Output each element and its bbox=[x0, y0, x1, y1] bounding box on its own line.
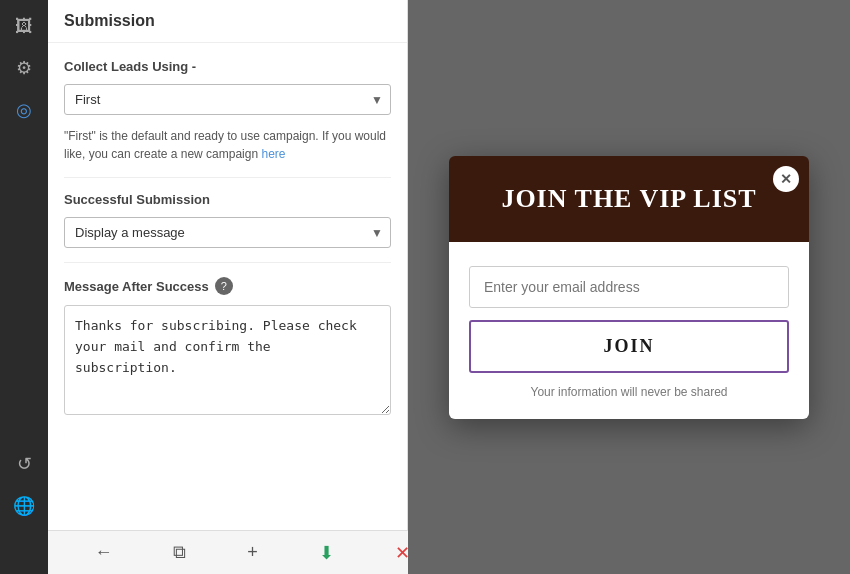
collect-leads-select-wrapper: First Second Third ▼ bbox=[64, 84, 391, 115]
sidebar-icon-image[interactable]: 🖼 bbox=[6, 8, 42, 44]
panel-title: Submission bbox=[48, 0, 407, 43]
sidebar: 🖼 ⚙ ◎ ↺ 🌐 bbox=[0, 0, 48, 574]
hint-link[interactable]: here bbox=[261, 147, 285, 161]
divider-1 bbox=[64, 177, 391, 178]
modal-header: JOIN THE VIP LIST ✕ bbox=[449, 156, 809, 242]
modal-body: JOIN Your information will never be shar… bbox=[449, 242, 809, 419]
collect-leads-select[interactable]: First Second Third bbox=[64, 84, 391, 115]
email-input[interactable] bbox=[469, 266, 789, 308]
message-after-success-row: Message After Success ? bbox=[64, 277, 391, 295]
duplicate-icon: ⧉ bbox=[173, 542, 186, 563]
back-icon: ← bbox=[94, 542, 112, 563]
sidebar-icon-history[interactable]: ↺ bbox=[6, 446, 42, 482]
successful-submission-wrapper: Display a message Redirect to URL ▼ bbox=[64, 217, 391, 248]
back-button[interactable]: ← bbox=[84, 536, 122, 569]
privacy-text: Your information will never be shared bbox=[469, 385, 789, 399]
download-button[interactable]: ⬇ bbox=[309, 536, 344, 570]
right-preview: JOIN THE VIP LIST ✕ JOIN Your informatio… bbox=[408, 0, 850, 574]
help-icon[interactable]: ? bbox=[215, 277, 233, 295]
collect-leads-label: Collect Leads Using - bbox=[64, 59, 391, 74]
message-after-success-textarea[interactable]: Thanks for subscribing. Please check you… bbox=[64, 305, 391, 415]
sidebar-icon-gear[interactable]: ⚙ bbox=[6, 50, 42, 86]
message-after-success-label: Message After Success bbox=[64, 279, 209, 294]
left-section: Submission Collect Leads Using - First S… bbox=[48, 0, 408, 574]
sidebar-icon-target[interactable]: ◎ bbox=[6, 92, 42, 128]
modal-title: JOIN THE VIP LIST bbox=[469, 184, 789, 214]
add-icon: + bbox=[247, 542, 258, 563]
left-panel: Submission Collect Leads Using - First S… bbox=[48, 0, 408, 574]
successful-submission-select[interactable]: Display a message Redirect to URL bbox=[64, 217, 391, 248]
modal-popup: JOIN THE VIP LIST ✕ JOIN Your informatio… bbox=[449, 156, 809, 419]
hint-text: "First" is the default and ready to use … bbox=[64, 127, 391, 163]
modal-close-icon: ✕ bbox=[780, 171, 792, 187]
bottom-toolbar: ← ⧉ + ⬇ ✕ bbox=[48, 530, 456, 574]
panel-content: Collect Leads Using - First Second Third… bbox=[48, 43, 407, 524]
download-icon: ⬇ bbox=[319, 542, 334, 564]
divider-2 bbox=[64, 262, 391, 263]
sidebar-icon-globe[interactable]: 🌐 bbox=[6, 488, 42, 524]
join-button[interactable]: JOIN bbox=[469, 320, 789, 373]
successful-submission-label: Successful Submission bbox=[64, 192, 391, 207]
duplicate-button[interactable]: ⧉ bbox=[163, 536, 196, 569]
modal-close-button[interactable]: ✕ bbox=[773, 166, 799, 192]
add-button[interactable]: + bbox=[237, 536, 268, 569]
